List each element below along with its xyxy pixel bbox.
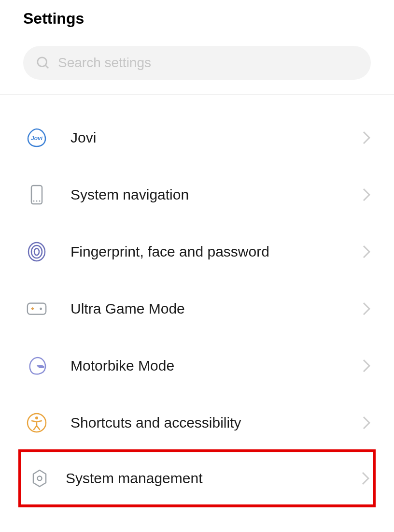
chevron-right-icon (361, 471, 370, 486)
page-title: Settings (23, 10, 371, 28)
search-input[interactable] (58, 55, 358, 71)
list-item-ultra-game-mode[interactable]: Ultra Game Mode (0, 280, 394, 337)
svg-rect-10 (28, 303, 46, 315)
chevron-right-icon (362, 416, 371, 430)
jovi-icon: Jovi (26, 127, 47, 148)
header: Settings (0, 0, 394, 37)
search-box[interactable] (23, 46, 371, 80)
item-label: Fingerprint, face and password (70, 244, 362, 260)
gear-hex-icon (29, 468, 50, 489)
svg-point-13 (40, 308, 42, 310)
list-item-system-management[interactable]: System management (18, 449, 376, 507)
list-item-jovi[interactable]: Jovi Jovi (0, 109, 394, 166)
list-item-motorbike-mode[interactable]: Motorbike Mode (0, 337, 394, 394)
list-item-shortcuts-accessibility[interactable]: Shortcuts and accessibility (0, 394, 394, 451)
item-label: Shortcuts and accessibility (70, 415, 362, 431)
svg-point-9 (34, 248, 39, 255)
svg-point-0 (38, 58, 47, 67)
svg-text:Jovi: Jovi (31, 135, 43, 142)
svg-point-16 (38, 476, 42, 481)
item-label: System navigation (70, 187, 362, 203)
fingerprint-icon (26, 241, 47, 262)
chevron-right-icon (362, 187, 371, 202)
item-label: Motorbike Mode (70, 358, 362, 374)
item-label: Ultra Game Mode (70, 301, 362, 317)
chevron-right-icon (362, 302, 371, 316)
accessibility-icon (26, 412, 47, 433)
chevron-right-icon (362, 359, 371, 373)
list-item-system-navigation[interactable]: System navigation (0, 166, 394, 223)
item-label: Jovi (70, 129, 362, 146)
svg-point-8 (31, 245, 42, 258)
svg-line-1 (45, 65, 48, 68)
item-label: System management (66, 470, 361, 487)
search-icon (36, 56, 50, 70)
gamepad-icon (26, 298, 47, 319)
phone-icon (26, 184, 47, 205)
list-item-fingerprint-face-password[interactable]: Fingerprint, face and password (0, 223, 394, 280)
helmet-icon (26, 355, 47, 376)
chevron-right-icon (362, 244, 371, 259)
search-container (0, 37, 394, 95)
svg-point-15 (35, 417, 38, 419)
settings-list: Jovi Jovi System navigation (0, 95, 394, 507)
chevron-right-icon (362, 130, 371, 145)
